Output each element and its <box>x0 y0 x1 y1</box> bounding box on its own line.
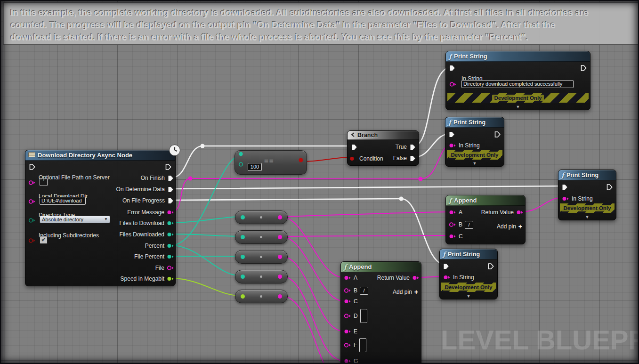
on-determine-data-exec-pin[interactable] <box>167 186 174 193</box>
optional-file-path-textbox[interactable] <box>40 178 48 186</box>
conv-in-pin[interactable] <box>241 275 245 279</box>
append-f-textbox[interactable] <box>359 338 366 352</box>
node-tostring-conv-2[interactable] <box>235 230 288 244</box>
wire-conv4-to-append2-g[interactable] <box>281 276 343 361</box>
compare-input-b-pin[interactable] <box>238 161 246 168</box>
collapse-arrow[interactable]: ▼ <box>467 294 471 299</box>
node-header[interactable]: ƒPrint String <box>558 170 616 180</box>
reroute-node-exec-1[interactable] <box>201 144 205 148</box>
in-string-pin[interactable] <box>449 81 457 88</box>
conv-out-pin[interactable] <box>278 235 282 239</box>
conv-in-pin[interactable] <box>241 294 245 299</box>
including-subdirectories-checkbox[interactable]: ✔ <box>40 236 48 244</box>
append-b-pin[interactable] <box>344 288 351 293</box>
node-download-directory-async[interactable]: Download Directory Async Node Optional F… <box>25 150 176 286</box>
append-b-textbox[interactable]: / <box>465 221 473 229</box>
collapse-arrow[interactable]: ▼ <box>516 105 520 109</box>
in-string-textbox[interactable]: Directory download completed successfull… <box>461 80 574 88</box>
reroute-node-string-1[interactable] <box>188 177 193 181</box>
append-f-pin[interactable] <box>344 342 351 348</box>
exec-out-pin[interactable] <box>580 64 587 72</box>
collapse-arrow[interactable]: ▼ <box>585 215 590 219</box>
wire-conv5-to-append2[interactable] <box>281 296 346 364</box>
local-download-dir-textbox[interactable]: D:\UE4\download <box>40 197 86 205</box>
exec-in-pin[interactable] <box>29 163 36 170</box>
append-b-textbox[interactable]: / <box>360 287 368 295</box>
append-c-pin[interactable] <box>449 234 456 239</box>
add-pin-button[interactable]: Add pin+ <box>497 223 522 230</box>
pin-local-download-dir[interactable] <box>28 198 36 205</box>
wire-compare-to-condition[interactable] <box>301 157 352 162</box>
reroute-node-string-2[interactable] <box>419 177 423 181</box>
branch-exec-in-pin[interactable] <box>351 143 358 151</box>
pin-including-subdirectories[interactable] <box>28 237 36 244</box>
node-print-string-success[interactable]: ƒPrint String In String Directory downlo… <box>445 51 590 110</box>
exec-out-pin[interactable] <box>487 262 494 270</box>
wire-conv1-to-append1-a[interactable] <box>281 212 448 217</box>
append-b-pin[interactable] <box>449 222 456 227</box>
file-pin[interactable] <box>167 265 174 271</box>
exec-out-pin[interactable] <box>606 183 613 191</box>
branch-false-exec-pin[interactable] <box>409 155 416 162</box>
node-header[interactable]: Branch <box>348 131 419 140</box>
node-header[interactable]: ƒPrint String <box>446 51 590 62</box>
exec-in-pin[interactable] <box>443 262 450 270</box>
percent-pin[interactable] <box>167 243 174 249</box>
node-print-string-error[interactable]: ƒPrint String In String Development Only… <box>445 117 504 167</box>
node-append-top[interactable]: ƒAppend A B/ C Return Value Add pin+ <box>445 195 526 244</box>
compare-input-a-pin[interactable] <box>238 150 246 158</box>
exec-out-pin[interactable] <box>494 130 501 138</box>
append-e-pin[interactable] <box>344 329 351 334</box>
on-file-progress-exec-pin[interactable] <box>167 197 174 204</box>
node-print-string-determine[interactable]: ƒPrint String In String Development Only… <box>558 170 616 220</box>
speed-in-megabit-pin[interactable] <box>167 276 174 282</box>
wire-conv1-to-append2-a[interactable] <box>281 217 343 277</box>
in-string-pin[interactable] <box>562 196 569 202</box>
exec-in-pin[interactable] <box>449 64 456 72</box>
wire-onfileprogress-to-print[interactable] <box>172 199 446 265</box>
conv-out-pin[interactable] <box>278 255 282 259</box>
conv-in-pin[interactable] <box>241 255 245 259</box>
wire-speed-to-conv5[interactable] <box>172 278 241 296</box>
node-equal-compare[interactable]: 100 == <box>235 150 307 175</box>
add-pin-button[interactable]: Add pin+ <box>393 288 418 296</box>
conv-out-pin[interactable] <box>278 215 282 219</box>
file-percent-pin[interactable] <box>167 254 174 259</box>
wire-filestodownload-to-conv1[interactable] <box>172 217 241 223</box>
on-finish-exec-pin[interactable] <box>167 175 174 182</box>
conv-out-pin[interactable] <box>278 294 282 299</box>
in-string-pin[interactable] <box>443 275 451 280</box>
node-header[interactable]: ƒAppend <box>446 195 525 206</box>
branch-condition-pin[interactable] <box>349 156 357 162</box>
node-tostring-conv-4[interactable] <box>235 270 288 283</box>
append-a-pin[interactable] <box>344 275 351 281</box>
compare-result-pin[interactable] <box>298 156 304 164</box>
node-header[interactable]: ƒPrint String <box>445 117 504 128</box>
pin-directory-type[interactable] <box>28 217 36 224</box>
comment-box[interactable]: In this example, the complete working di… <box>3 3 639 44</box>
wire-filesdownloaded-to-conv2[interactable] <box>172 234 241 236</box>
node-branch[interactable]: Branch True Condition False <box>347 130 419 166</box>
node-tostring-conv-3[interactable] <box>235 250 288 264</box>
reroute-node-exec-2[interactable] <box>399 197 404 201</box>
exec-in-pin[interactable] <box>561 183 568 191</box>
node-append-bottom[interactable]: ƒAppend A B/ C D E F G Return Value Add … <box>340 261 421 364</box>
append-c-pin[interactable] <box>344 299 351 304</box>
error-message-pin[interactable] <box>167 210 174 215</box>
append-d-pin[interactable] <box>344 313 351 319</box>
node-header[interactable]: ƒPrint String <box>440 249 497 259</box>
return-value-pin[interactable] <box>412 275 420 281</box>
append-a-pin[interactable] <box>449 210 456 215</box>
node-tostring-conv-5[interactable] <box>235 290 288 303</box>
branch-true-exec-pin[interactable] <box>409 144 416 151</box>
compare-value-textbox[interactable]: 100 <box>248 163 262 171</box>
collapse-arrow[interactable]: ▼ <box>473 161 477 166</box>
files-to-download-pin[interactable] <box>167 220 174 226</box>
append-d-textbox[interactable] <box>360 309 367 323</box>
files-downloaded-pin[interactable] <box>167 232 174 237</box>
conv-out-pin[interactable] <box>278 275 282 279</box>
directory-type-dropdown[interactable]: Absolute directory ▼ <box>40 216 110 223</box>
exec-out-pin[interactable] <box>165 163 172 170</box>
node-tostring-conv-1[interactable] <box>235 210 288 224</box>
return-value-pin[interactable] <box>516 210 524 215</box>
